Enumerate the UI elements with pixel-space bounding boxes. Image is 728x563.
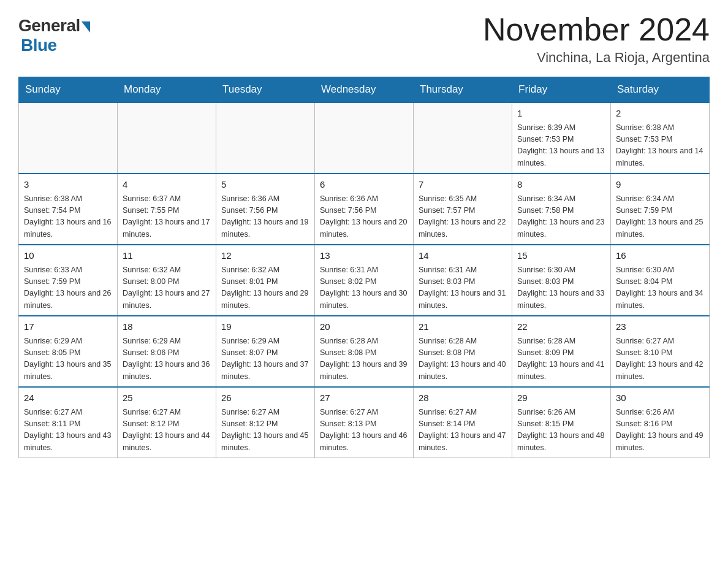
day-number: 23: [616, 320, 704, 334]
logo-arrow-icon: [82, 21, 90, 33]
table-row: 17Sunrise: 6:29 AMSunset: 8:05 PMDayligh…: [19, 316, 118, 387]
table-row: 23Sunrise: 6:27 AMSunset: 8:10 PMDayligh…: [611, 316, 710, 387]
day-info: Sunrise: 6:34 AMSunset: 7:58 PMDaylight:…: [517, 193, 605, 241]
day-info: Sunrise: 6:35 AMSunset: 7:57 PMDaylight:…: [419, 193, 507, 241]
table-row: 2Sunrise: 6:38 AMSunset: 7:53 PMDaylight…: [611, 102, 710, 174]
day-info: Sunrise: 6:27 AMSunset: 8:10 PMDaylight:…: [616, 335, 704, 383]
day-info: Sunrise: 6:27 AMSunset: 8:12 PMDaylight:…: [123, 407, 211, 454]
table-row: 29Sunrise: 6:26 AMSunset: 8:15 PMDayligh…: [512, 387, 611, 458]
day-info: Sunrise: 6:32 AMSunset: 8:00 PMDaylight:…: [123, 264, 211, 312]
day-number: 21: [419, 320, 507, 334]
table-row: 13Sunrise: 6:31 AMSunset: 8:02 PMDayligh…: [315, 245, 414, 316]
table-row: 4Sunrise: 6:37 AMSunset: 7:55 PMDaylight…: [118, 174, 216, 245]
day-number: 7: [419, 178, 507, 192]
logo: General Blue: [18, 16, 90, 55]
day-number: 18: [123, 320, 211, 334]
calendar-week-row: 24Sunrise: 6:27 AMSunset: 8:11 PMDayligh…: [19, 387, 710, 458]
table-row: 19Sunrise: 6:29 AMSunset: 8:07 PMDayligh…: [216, 316, 315, 387]
logo-blue-text: Blue: [21, 36, 57, 55]
day-info: Sunrise: 6:33 AMSunset: 7:59 PMDaylight:…: [24, 264, 112, 312]
day-info: Sunrise: 6:38 AMSunset: 7:54 PMDaylight:…: [24, 193, 112, 241]
title-section: November 2024 Vinchina, La Rioja, Argent…: [483, 12, 710, 66]
col-tuesday: Tuesday: [216, 77, 315, 103]
col-friday: Friday: [512, 77, 611, 103]
table-row: [19, 102, 118, 174]
day-info: Sunrise: 6:39 AMSunset: 7:53 PMDaylight:…: [517, 122, 605, 170]
table-row: [216, 102, 315, 174]
table-row: 25Sunrise: 6:27 AMSunset: 8:12 PMDayligh…: [118, 387, 216, 458]
col-saturday: Saturday: [611, 77, 710, 103]
day-info: Sunrise: 6:29 AMSunset: 8:06 PMDaylight:…: [123, 335, 211, 383]
day-info: Sunrise: 6:28 AMSunset: 8:09 PMDaylight:…: [517, 335, 605, 383]
day-number: 17: [24, 320, 112, 334]
table-row: 1Sunrise: 6:39 AMSunset: 7:53 PMDaylight…: [512, 102, 611, 174]
table-row: 27Sunrise: 6:27 AMSunset: 8:13 PMDayligh…: [315, 387, 414, 458]
day-info: Sunrise: 6:36 AMSunset: 7:56 PMDaylight:…: [221, 193, 309, 241]
table-row: 10Sunrise: 6:33 AMSunset: 7:59 PMDayligh…: [19, 245, 118, 316]
day-info: Sunrise: 6:27 AMSunset: 8:14 PMDaylight:…: [419, 407, 507, 454]
day-info: Sunrise: 6:29 AMSunset: 8:05 PMDaylight:…: [24, 335, 112, 383]
day-info: Sunrise: 6:26 AMSunset: 8:15 PMDaylight:…: [517, 407, 605, 454]
day-info: Sunrise: 6:38 AMSunset: 7:53 PMDaylight:…: [616, 122, 704, 170]
calendar-title: November 2024: [483, 12, 710, 47]
day-number: 4: [123, 178, 211, 192]
day-info: Sunrise: 6:36 AMSunset: 7:56 PMDaylight:…: [320, 193, 408, 241]
calendar-subtitle: Vinchina, La Rioja, Argentina: [483, 50, 710, 66]
day-info: Sunrise: 6:27 AMSunset: 8:13 PMDaylight:…: [320, 407, 408, 454]
day-info: Sunrise: 6:34 AMSunset: 7:59 PMDaylight:…: [616, 193, 704, 241]
day-number: 19: [221, 320, 309, 334]
table-row: 22Sunrise: 6:28 AMSunset: 8:09 PMDayligh…: [512, 316, 611, 387]
day-number: 5: [221, 178, 309, 192]
table-row: 24Sunrise: 6:27 AMSunset: 8:11 PMDayligh…: [19, 387, 118, 458]
table-row: 11Sunrise: 6:32 AMSunset: 8:00 PMDayligh…: [118, 245, 216, 316]
table-row: 5Sunrise: 6:36 AMSunset: 7:56 PMDaylight…: [216, 174, 315, 245]
table-row: 16Sunrise: 6:30 AMSunset: 8:04 PMDayligh…: [611, 245, 710, 316]
day-number: 11: [123, 249, 211, 263]
day-number: 24: [24, 391, 112, 405]
day-number: 30: [616, 391, 704, 405]
day-info: Sunrise: 6:30 AMSunset: 8:04 PMDaylight:…: [616, 264, 704, 312]
table-row: 14Sunrise: 6:31 AMSunset: 8:03 PMDayligh…: [414, 245, 512, 316]
day-info: Sunrise: 6:31 AMSunset: 8:03 PMDaylight:…: [419, 264, 507, 312]
day-number: 15: [517, 249, 605, 263]
day-number: 26: [221, 391, 309, 405]
day-info: Sunrise: 6:37 AMSunset: 7:55 PMDaylight:…: [123, 193, 211, 241]
table-row: 21Sunrise: 6:28 AMSunset: 8:08 PMDayligh…: [414, 316, 512, 387]
day-number: 29: [517, 391, 605, 405]
day-number: 9: [616, 178, 704, 192]
col-monday: Monday: [118, 77, 216, 103]
header-row: Sunday Monday Tuesday Wednesday Thursday…: [19, 77, 710, 103]
table-row: [118, 102, 216, 174]
day-info: Sunrise: 6:28 AMSunset: 8:08 PMDaylight:…: [320, 335, 408, 383]
day-info: Sunrise: 6:27 AMSunset: 8:12 PMDaylight:…: [221, 407, 309, 454]
day-number: 25: [123, 391, 211, 405]
calendar-header: Sunday Monday Tuesday Wednesday Thursday…: [19, 77, 710, 103]
day-number: 20: [320, 320, 408, 334]
table-row: 3Sunrise: 6:38 AMSunset: 7:54 PMDaylight…: [19, 174, 118, 245]
col-sunday: Sunday: [19, 77, 118, 103]
day-number: 13: [320, 249, 408, 263]
table-row: 6Sunrise: 6:36 AMSunset: 7:56 PMDaylight…: [315, 174, 414, 245]
calendar-week-row: 1Sunrise: 6:39 AMSunset: 7:53 PMDaylight…: [19, 102, 710, 174]
day-info: Sunrise: 6:28 AMSunset: 8:08 PMDaylight:…: [419, 335, 507, 383]
table-row: [414, 102, 512, 174]
calendar-week-row: 10Sunrise: 6:33 AMSunset: 7:59 PMDayligh…: [19, 245, 710, 316]
table-row: 7Sunrise: 6:35 AMSunset: 7:57 PMDaylight…: [414, 174, 512, 245]
day-info: Sunrise: 6:26 AMSunset: 8:16 PMDaylight:…: [616, 407, 704, 454]
table-row: 8Sunrise: 6:34 AMSunset: 7:58 PMDaylight…: [512, 174, 611, 245]
table-row: 12Sunrise: 6:32 AMSunset: 8:01 PMDayligh…: [216, 245, 315, 316]
day-info: Sunrise: 6:32 AMSunset: 8:01 PMDaylight:…: [221, 264, 309, 312]
day-number: 6: [320, 178, 408, 192]
page-header: General Blue November 2024 Vinchina, La …: [18, 12, 710, 66]
table-row: [315, 102, 414, 174]
day-number: 27: [320, 391, 408, 405]
day-number: 3: [24, 178, 112, 192]
day-number: 8: [517, 178, 605, 192]
day-number: 28: [419, 391, 507, 405]
table-row: 30Sunrise: 6:26 AMSunset: 8:16 PMDayligh…: [611, 387, 710, 458]
table-row: 26Sunrise: 6:27 AMSunset: 8:12 PMDayligh…: [216, 387, 315, 458]
day-number: 1: [517, 107, 605, 121]
col-thursday: Thursday: [414, 77, 512, 103]
calendar-week-row: 17Sunrise: 6:29 AMSunset: 8:05 PMDayligh…: [19, 316, 710, 387]
day-number: 22: [517, 320, 605, 334]
